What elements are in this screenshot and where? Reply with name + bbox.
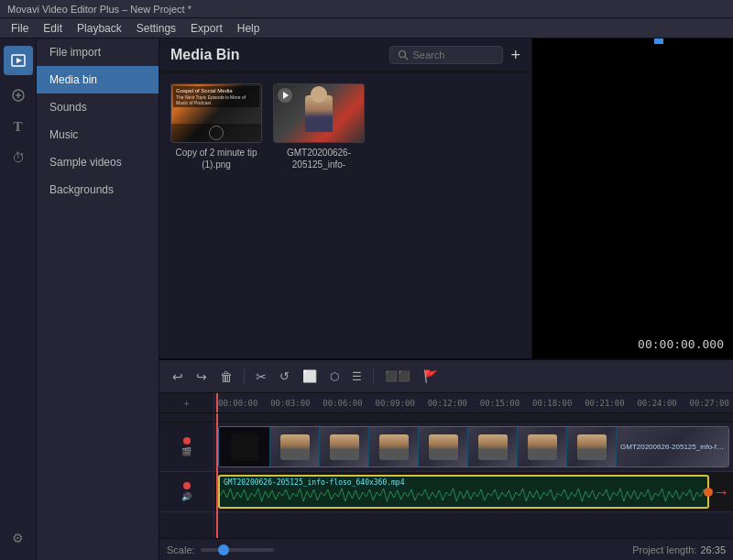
nav-backgrounds[interactable]: Backgrounds [37,176,159,203]
timecode-display: 00:00:00.000 [634,335,728,353]
sidebar-icons: T ⏱ ⚙ [0,38,37,560]
crop-button[interactable]: ⬜ [299,368,321,385]
sidebar-icon-text[interactable]: T [4,112,33,141]
ruler-mark-8: 00:24:00 [637,399,676,408]
media-thumb-2 [273,83,365,143]
scale-slider[interactable] [201,548,274,552]
menu-settings[interactable]: Settings [129,20,183,37]
audio-track-red-dot [183,482,191,489]
preview-black [532,38,733,358]
scale-label: Scale: [167,544,195,555]
media-play-overlay [278,88,292,103]
media-grid: Gospel of Social Media The Next Topic Ep… [159,72,531,181]
audio-track-icon[interactable]: 🔊 [181,492,191,501]
menu-playback[interactable]: Playback [70,20,129,37]
cut-button[interactable]: ✂ [252,368,270,386]
media-bin-header: Media Bin + [159,38,531,72]
nav-file-import[interactable]: File import [37,38,159,66]
left-nav-panel: File import Media bin Sounds Music Sampl… [37,38,159,560]
sidebar-icon-filter[interactable] [4,81,33,110]
track-controls-panel: 🎬 🔊 [159,413,214,538]
media-thumb-1: Gospel of Social Media The Next Topic Ep… [170,83,262,143]
media-label-1: Copy of 2 minute tip (1).png [170,147,262,170]
ruler-mark-9: 00:27:00 [690,399,729,408]
audio-track-controls: 🔊 [159,472,213,512]
ruler-mark-7: 00:21:00 [585,399,624,408]
marker-button[interactable]: 🚩 [420,368,442,385]
sidebar-icon-transition[interactable]: ⏱ [4,143,33,172]
preview-area: 00:00:00.000 [531,38,733,358]
search-box[interactable] [389,46,503,64]
timeline-ruler: 00:00:00 00:03:00 00:06:00 00:09:00 00:1… [214,393,733,412]
project-length-label: Project length: [632,544,696,555]
nav-sample-videos[interactable]: Sample videos [37,148,159,176]
redo-button[interactable]: ↪ [192,368,211,386]
nav-sounds[interactable]: Sounds [37,93,159,121]
search-input[interactable] [412,49,495,60]
ruler-mark-5: 00:15:00 [480,399,520,408]
undo-button[interactable]: ↩ [169,368,187,386]
add-media-button[interactable]: + [510,47,520,63]
svg-marker-1 [16,58,22,63]
rotate-button[interactable]: ↺ [276,368,293,385]
svg-line-4 [405,57,408,60]
red-arrow-marker: → [713,484,729,500]
audio-button[interactable]: ☰ [348,368,366,385]
ruler-mark-3: 00:09:00 [376,399,415,408]
video-clip-label: GMT20200626-205125_info-floso_640x360.mp… [620,443,725,451]
ruler-mark-1: 00:03:00 [270,399,310,408]
audio-waveform [220,485,707,507]
video-clip[interactable]: GMT20200626-205125_info-floso_640x360.mp… [218,426,729,467]
scale-bar: Scale: Project length: 26:35 [159,538,733,560]
menu-export[interactable]: Export [183,20,230,37]
audio-track: GMT20200626-205125_info-floso_640x360.mp… [214,472,733,512]
sidebar-icon-media[interactable] [4,46,33,75]
video-track-controls: 🎬 [159,423,213,472]
ruler-mark-6: 00:18:00 [532,399,572,408]
audio-clip[interactable]: GMT20200626-205125_info-floso_640x360.mp… [218,475,709,509]
media-item-2[interactable]: GMT20200626-205125_info- [273,83,365,170]
timeline-add-track[interactable]: + [183,398,189,409]
timeline-toolbar: ↩ ↪ 🗑 ✂ ↺ ⬜ ⬡ ☰ ⬛⬛ 🚩 [159,360,733,393]
menubar: File Edit Playback Settings Export Help [0,18,733,38]
delete-button[interactable]: 🗑 [216,368,236,386]
menu-help[interactable]: Help [230,20,268,37]
video-track: GMT20200626-205125_info-floso_640x360.mp… [214,423,733,472]
svg-point-3 [399,51,406,58]
video-track-red-dot [183,437,191,445]
menu-edit[interactable]: Edit [36,20,70,37]
media-bin-content: Media Bin + Go [159,38,531,358]
title-bar: Movavi Video Editor Plus – New Project * [0,0,733,18]
speed-button[interactable]: ⬡ [326,368,343,385]
playhead-dot [654,38,663,44]
audio-end-marker [704,488,713,497]
search-icon [398,49,409,60]
video-track-icon[interactable]: 🎬 [181,447,191,456]
project-length-value: 26:35 [700,544,726,555]
menu-file[interactable]: File [4,20,36,37]
media-item-1[interactable]: Gospel of Social Media The Next Topic Ep… [170,83,262,170]
sidebar-icon-tools[interactable]: ⚙ [4,523,33,553]
audio-clip-label: GMT20200626-205125_info-floso_640x360.mp… [224,478,404,487]
overlay-button[interactable]: ⬛⬛ [381,368,414,384]
ruler-mark-0: 00:00:00 [218,399,257,408]
nav-music[interactable]: Music [37,121,159,148]
app-title: Movavi Video Editor Plus – New Project * [7,4,191,15]
ruler-mark-2: 00:06:00 [323,399,362,408]
ruler-mark-4: 00:12:00 [428,399,467,408]
timeline-section: ↩ ↪ 🗑 ✂ ↺ ⬜ ⬡ ☰ ⬛⬛ 🚩 + [159,358,733,560]
playhead-line [216,413,218,538]
tracks-area: GMT20200626-205125_info-floso_640x360.mp… [214,413,733,538]
media-label-2: GMT20200626-205125_info- [273,147,365,170]
media-bin-title: Media Bin [170,47,389,63]
nav-media-bin[interactable]: Media bin [37,66,159,93]
